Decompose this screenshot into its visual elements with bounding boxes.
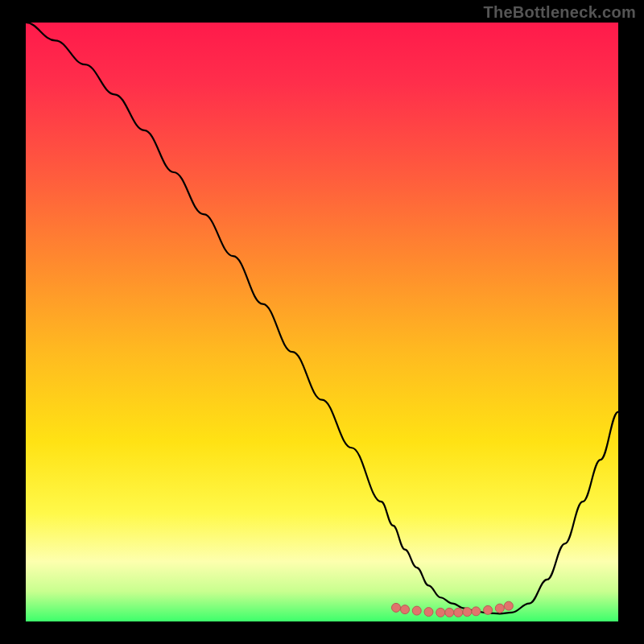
chart-svg — [26, 23, 618, 621]
optimal-marker — [472, 607, 481, 616]
plot-area — [26, 23, 618, 621]
chart-frame: TheBottleneck.com — [0, 0, 644, 644]
optimal-marker — [445, 608, 454, 617]
optimal-marker — [401, 605, 410, 614]
optimal-marker — [454, 608, 463, 617]
optimal-marker — [463, 608, 472, 617]
optimal-marker — [484, 605, 493, 614]
optimal-marker — [436, 608, 445, 617]
gradient-background — [26, 23, 618, 621]
optimal-marker — [495, 604, 504, 613]
optimal-marker — [392, 603, 401, 612]
watermark-text: TheBottleneck.com — [483, 3, 636, 22]
optimal-marker — [504, 601, 513, 610]
optimal-marker — [412, 606, 421, 615]
optimal-marker — [424, 608, 433, 617]
